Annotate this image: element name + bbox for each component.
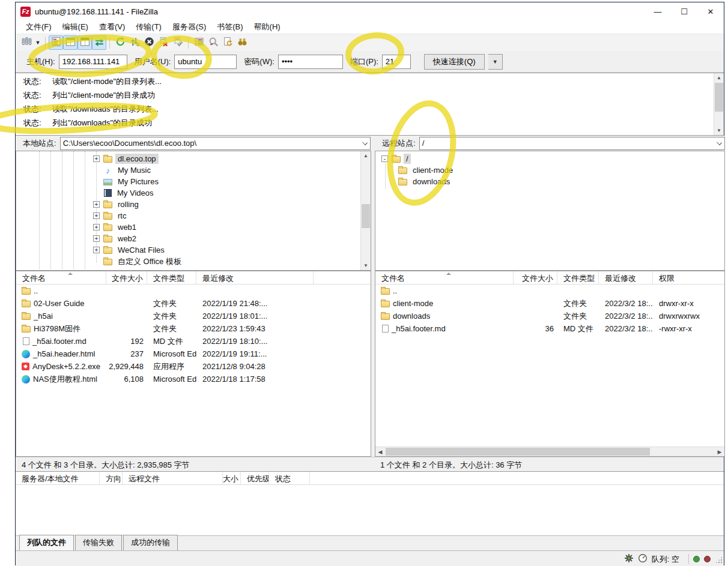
- quickconnect-dropdown[interactable]: ▼: [488, 54, 503, 70]
- site-manager-button[interactable]: [19, 35, 34, 50]
- tree-item[interactable]: +web2: [16, 233, 371, 244]
- synchronized-browsing-button[interactable]: [220, 35, 235, 50]
- folder-icon: [381, 313, 390, 320]
- column-header-modified[interactable]: 最近修改: [196, 271, 314, 284]
- column-header-server-local-file[interactable]: 服务器/本地文件: [16, 472, 100, 484]
- tree-item[interactable]: +web1: [16, 221, 371, 233]
- expand-icon[interactable]: +: [93, 235, 100, 242]
- collapse-icon[interactable]: -: [381, 155, 388, 162]
- transfer-type-gear-icon[interactable]: [624, 553, 634, 565]
- file-row[interactable]: _h5ai文件夹2022/1/19 18:01:...: [16, 310, 371, 322]
- column-header-permissions[interactable]: 权限: [653, 271, 724, 284]
- column-header-name[interactable]: 文件名: [375, 271, 514, 284]
- toggle-remote-tree-button[interactable]: [77, 35, 92, 50]
- quickconnect-button[interactable]: 快速连接(Q): [424, 54, 485, 70]
- tree-item[interactable]: +WeChat Files: [16, 244, 371, 256]
- local-site-combo[interactable]: C:\Users\ecoo\Documents\dl.ecoo.top\: [60, 137, 371, 150]
- column-header-size[interactable]: 大小: [223, 472, 241, 484]
- file-row[interactable]: _h5ai.footer.md192MD 文件2022/1/19 18:10:.…: [16, 335, 371, 348]
- column-header-priority[interactable]: 优先级: [241, 472, 269, 484]
- host-input[interactable]: [59, 55, 127, 69]
- filter-button[interactable]: [192, 35, 206, 50]
- tree-item[interactable]: -/: [375, 153, 724, 164]
- reconnect-button[interactable]: [171, 35, 185, 50]
- minimize-button[interactable]: —: [645, 2, 671, 20]
- file-row[interactable]: ..: [16, 285, 371, 297]
- menu-transfer[interactable]: 传输(T): [130, 20, 167, 34]
- file-row[interactable]: NAS使用教程.html6,108Microsoft Edge ...2022/…: [16, 373, 371, 385]
- file-row[interactable]: AnyDesk+5.2.2.exe2,929,448应用程序2021/12/8 …: [16, 360, 371, 373]
- tree-item[interactable]: +rolling: [16, 199, 371, 210]
- column-header-size[interactable]: 文件大小: [514, 271, 557, 284]
- port-input[interactable]: [382, 55, 411, 69]
- tab-queued-files[interactable]: 列队的文件: [19, 535, 74, 550]
- scroll-up-icon[interactable]: ▲: [361, 151, 371, 160]
- column-header-modified[interactable]: 最近修改: [599, 271, 653, 284]
- tree-item[interactable]: +dl.ecoo.top: [16, 153, 371, 164]
- tree-item[interactable]: My Videos: [16, 187, 371, 199]
- resize-grip[interactable]: [715, 556, 723, 564]
- scrollbar-thumb[interactable]: [362, 204, 370, 228]
- menu-bookmarks[interactable]: 书签(B): [211, 20, 248, 34]
- anydesk-icon: [22, 363, 29, 370]
- tree-item[interactable]: ♪My Music: [16, 164, 371, 176]
- expand-icon[interactable]: +: [93, 212, 100, 219]
- file-row[interactable]: downloads文件夹2022/3/2 18:...drwxrwxrwx: [375, 310, 724, 322]
- speed-limit-dial-icon[interactable]: [638, 553, 648, 565]
- tree-item[interactable]: 自定义 Office 模板: [16, 256, 371, 267]
- scrollbar-thumb[interactable]: [715, 83, 723, 112]
- password-input[interactable]: [278, 55, 343, 69]
- tree-item[interactable]: +rtc: [16, 210, 371, 221]
- menu-file[interactable]: 文件(F): [20, 20, 57, 34]
- column-header-status[interactable]: 状态: [269, 472, 310, 484]
- process-queue-button[interactable]: [127, 35, 142, 50]
- column-header-name[interactable]: 文件名: [16, 271, 106, 284]
- expand-icon[interactable]: +: [93, 201, 100, 208]
- column-header-type[interactable]: 文件类型: [557, 271, 599, 284]
- tree-item[interactable]: My Pictures: [16, 176, 371, 187]
- file-row[interactable]: Hi3798M固件文件夹2022/1/23 1:59:43: [16, 322, 371, 335]
- disconnect-button[interactable]: [156, 35, 171, 50]
- expand-icon[interactable]: +: [93, 247, 100, 253]
- scrollbar-thumb[interactable]: [386, 448, 650, 456]
- toggle-local-tree-button[interactable]: [63, 35, 77, 50]
- column-header-direction[interactable]: 方向: [100, 472, 123, 484]
- expand-icon[interactable]: +: [93, 155, 100, 162]
- scroll-right-icon[interactable]: ▶: [715, 447, 724, 456]
- menu-help[interactable]: 帮助(H): [249, 20, 286, 34]
- expand-icon[interactable]: +: [93, 224, 100, 230]
- file-search-button[interactable]: [206, 35, 220, 50]
- username-input[interactable]: [174, 55, 237, 69]
- menu-view[interactable]: 查看(V): [94, 20, 130, 34]
- tree-item[interactable]: client-mode: [375, 164, 724, 176]
- refresh-button[interactable]: [113, 35, 127, 50]
- column-header-type[interactable]: 文件类型: [147, 271, 196, 284]
- close-button[interactable]: ✕: [697, 2, 724, 20]
- tree-item[interactable]: downloads: [375, 176, 724, 187]
- find-files-button[interactable]: [235, 35, 249, 50]
- maximize-button[interactable]: ☐: [671, 2, 697, 20]
- cancel-operation-button[interactable]: [142, 35, 156, 50]
- file-row[interactable]: _h5ai.header.html237Microsoft Edge ...20…: [16, 348, 371, 360]
- tab-successful-transfers[interactable]: 成功的传输: [123, 535, 178, 550]
- file-row[interactable]: _h5ai.footer.md36MD 文件2022/3/2 18:...-rw…: [375, 322, 724, 335]
- menu-edit[interactable]: 编辑(E): [57, 20, 94, 34]
- remote-site-combo[interactable]: /: [419, 137, 725, 150]
- scroll-left-icon[interactable]: ◀: [375, 447, 385, 456]
- toggle-transfer-queue-button[interactable]: [92, 35, 106, 50]
- file-row[interactable]: ..: [375, 285, 724, 297]
- tab-failed-transfers[interactable]: 传输失败: [75, 535, 122, 550]
- site-manager-dropdown[interactable]: ▼: [34, 35, 42, 50]
- remote-list-hscrollbar[interactable]: ◀ ▶: [375, 447, 724, 456]
- scroll-down-icon[interactable]: ▼: [361, 261, 371, 270]
- toggle-message-log-button[interactable]: [49, 35, 63, 50]
- column-header-remote-file[interactable]: 远程文件: [123, 472, 223, 484]
- scroll-down-icon[interactable]: ▼: [714, 126, 724, 135]
- file-row[interactable]: client-mode文件夹2022/3/2 18:...drwxr-xr-x: [375, 297, 724, 310]
- log-scrollbar[interactable]: ▲ ▼: [714, 73, 724, 135]
- column-header-size[interactable]: 文件大小: [106, 271, 147, 284]
- local-tree-scrollbar[interactable]: ▲ ▼: [360, 151, 371, 270]
- file-row[interactable]: 02-User Guide文件夹2022/1/19 21:48:...: [16, 297, 371, 310]
- menu-server[interactable]: 服务器(S): [167, 20, 211, 34]
- scroll-up-icon[interactable]: ▲: [714, 73, 724, 82]
